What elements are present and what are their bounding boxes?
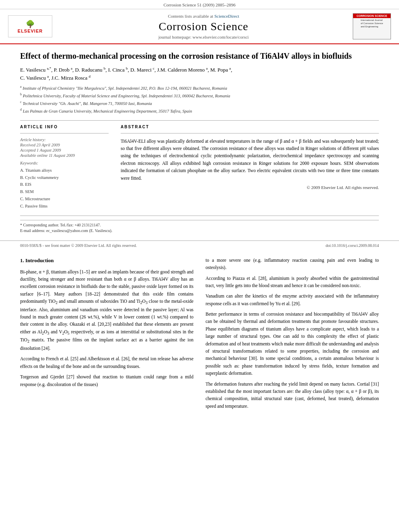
elsevier-tree-icon: 🌳 bbox=[26, 20, 35, 29]
article-content: Effect of thermo-mechanical processing o… bbox=[0, 44, 399, 240]
received-date: Received 23 April 2009 bbox=[20, 143, 109, 147]
body-col-left: 1. Introduction Bi-phase, α + β, titaniu… bbox=[20, 257, 193, 413]
intro-para-6: Vanadium can alter the kinetics of the e… bbox=[206, 292, 379, 307]
journal-center-info: Contents lists available at ScienceDirec… bbox=[56, 14, 351, 39]
bottom-copyright: 0010-938X/$ - see front matter © 2009 El… bbox=[20, 243, 137, 248]
article-info-col: ARTICLE INFO Article history: Received 2… bbox=[20, 125, 109, 210]
divider-1 bbox=[20, 120, 379, 121]
keyword-3: B. EIS bbox=[20, 181, 109, 188]
intro-para-5: According to Piazza et al. [28], alumini… bbox=[206, 275, 379, 290]
intro-para-3: Torgerson and Gjerdet [27] showed that r… bbox=[20, 373, 193, 388]
right-logo-area: CORROSION SCIENCE International Journal … bbox=[351, 13, 391, 39]
available-date: Available online 11 August 2009 bbox=[20, 153, 109, 158]
article-info-abstract: ARTICLE INFO Article history: Received 2… bbox=[20, 125, 379, 210]
abstract-paragraph: Ti6Al4V-ELI alloy was plastically deform… bbox=[121, 138, 379, 182]
article-body: 1. Introduction Bi-phase, α + β, titaniu… bbox=[0, 250, 399, 419]
intro-para-7: Better performance in terms of corrosion… bbox=[206, 310, 379, 377]
footnote-email: E-mail address: ec_vasilescu@yahoo.com (… bbox=[20, 228, 379, 233]
intro-heading: 1. Introduction bbox=[20, 257, 193, 265]
citation-bar: Corrosion Science 51 (2009) 2885–2896 bbox=[0, 0, 399, 9]
affiliation-c: c Technical University "Gh. Asachi", Bd.… bbox=[20, 100, 379, 107]
intro-para-8: The deformation features after reaching … bbox=[206, 380, 379, 410]
keyword-1: A. Titanium alloys bbox=[20, 167, 109, 174]
divider-abstract bbox=[121, 133, 379, 134]
divider-2 bbox=[20, 216, 379, 216]
sciencedirect-link: Contents lists available at ScienceDirec… bbox=[56, 14, 351, 18]
affiliation-a: a Institute of Physical Chemistry "Ilie … bbox=[20, 84, 379, 91]
contents-label: Contents lists available at bbox=[168, 14, 214, 18]
footnote-section: * Corresponding author. Tel./fax: +40 21… bbox=[20, 220, 379, 233]
elsevier-logo: 🌳 ELSEVIER bbox=[8, 15, 52, 37]
abstract-text: Ti6Al4V-ELI alloy was plastically deform… bbox=[121, 138, 379, 191]
homepage-label: journal homepage: www.elsevier.com/locat… bbox=[158, 35, 249, 39]
authors-line: E. Vasilescu a,*, P. Drob a, D. Raducanu… bbox=[20, 66, 379, 82]
corrosion-box-body: International Journal of Corrosion Scien… bbox=[360, 18, 384, 29]
intro-para-2: According to French et al. [25] and Albe… bbox=[20, 355, 193, 370]
elsevier-logo-area: 🌳 ELSEVIER bbox=[8, 15, 56, 37]
page-wrapper: Corrosion Science 51 (2009) 2885–2896 🌳 … bbox=[0, 0, 399, 419]
divider-info bbox=[20, 133, 109, 134]
keyword-6: C. Passive films bbox=[20, 203, 109, 210]
cb-line3: and Engineering bbox=[361, 25, 383, 29]
article-title: Effect of thermo-mechanical processing o… bbox=[20, 51, 379, 61]
intro-para-1: Bi-phase, α + β, titanium alloys [1–5] a… bbox=[20, 268, 193, 352]
intro-title: Introduction bbox=[25, 257, 54, 263]
intro-para-4: to a more severe one (e.g. inflammatory … bbox=[206, 257, 379, 271]
cb-line1: International Journal bbox=[361, 19, 383, 22]
accepted-date: Accepted 1 August 2009 bbox=[20, 148, 109, 152]
keywords-label-text: Keywords: bbox=[20, 161, 38, 165]
keywords-label: Keywords: bbox=[20, 161, 109, 165]
journal-homepage: journal homepage: www.elsevier.com/locat… bbox=[56, 35, 351, 39]
body-col-right: to a more severe one (e.g. inflammatory … bbox=[206, 257, 379, 413]
corrosion-science-box: CORROSION SCIENCE International Journal … bbox=[353, 13, 391, 39]
footnote-star: * Corresponding author. Tel./fax: +40 21… bbox=[20, 223, 379, 227]
elsevier-brand: ELSEVIER bbox=[18, 29, 43, 33]
keywords-list: A. Titanium alloys B. Cyclic voltammetry… bbox=[20, 167, 109, 210]
affiliations: a Institute of Physical Chemistry "Ilie … bbox=[20, 84, 379, 115]
keyword-5: C. Microstructure bbox=[20, 195, 109, 203]
affiliation-d: d Las Palmas de Gran Canaria University,… bbox=[20, 107, 379, 114]
abstract-label: ABSTRACT bbox=[121, 125, 379, 129]
article-history: Article history: Received 23 April 2009 … bbox=[20, 138, 109, 158]
abstract-col: ABSTRACT Ti6Al4V-ELI alloy was plastical… bbox=[121, 125, 379, 210]
keyword-2: B. Cyclic voltammetry bbox=[20, 174, 109, 181]
journal-title: Corrosion Science bbox=[56, 20, 351, 33]
history-label: Article history: bbox=[20, 138, 109, 142]
bottom-doi: doi:10.1016/j.corsci.2009.08.014 bbox=[326, 243, 379, 248]
article-info-label: ARTICLE INFO bbox=[20, 125, 109, 129]
authors: E. Vasilescu a,*, P. Drob a, D. Raducanu… bbox=[20, 67, 232, 81]
copyright-line: © 2009 Elsevier Ltd. All rights reserved… bbox=[121, 184, 379, 191]
journal-header: 🌳 ELSEVIER Contents lists available at S… bbox=[0, 9, 399, 44]
corrosion-box-header: CORROSION SCIENCE bbox=[353, 14, 391, 18]
affiliation-b: b Politehnica University, Faculty of Mat… bbox=[20, 92, 379, 99]
body-two-col: 1. Introduction Bi-phase, α + β, titaniu… bbox=[20, 257, 379, 413]
bottom-bar: 0010-938X/$ - see front matter © 2009 El… bbox=[0, 240, 399, 250]
keyword-4: B. SEM bbox=[20, 188, 109, 195]
intro-number: 1. bbox=[20, 257, 24, 263]
citation-text: Corrosion Science 51 (2009) 2885–2896 bbox=[163, 2, 235, 7]
sciencedirect-anchor[interactable]: ScienceDirect bbox=[214, 14, 239, 18]
cb-line2: of Corrosion Science bbox=[361, 22, 383, 25]
